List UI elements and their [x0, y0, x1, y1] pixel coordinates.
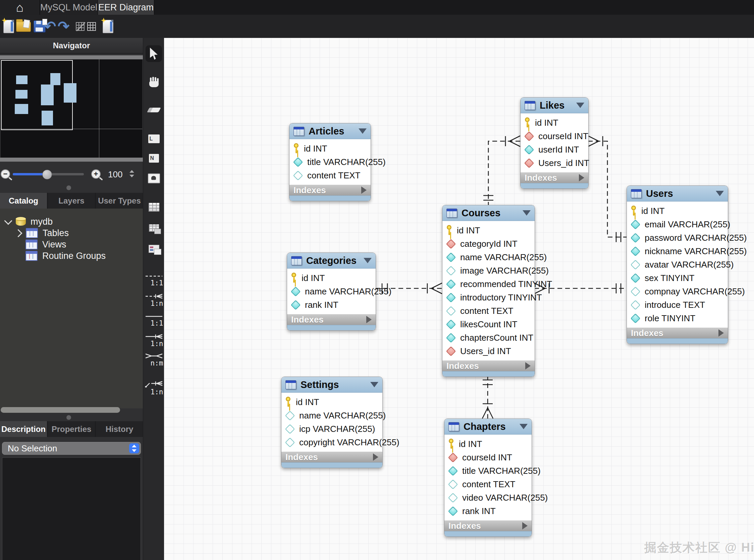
column-row-id[interactable]: id INT — [520, 116, 588, 129]
panel-resize-handle[interactable] — [66, 415, 71, 420]
collapse-arrow-icon[interactable] — [716, 191, 724, 196]
column-row-courseId[interactable]: courseId INT — [520, 129, 588, 143]
undo-icon[interactable] — [44, 19, 56, 34]
column-row-categoryId[interactable]: categoryId INT — [442, 237, 535, 251]
tab-properties[interactable]: Properties — [48, 421, 95, 437]
column-row-id[interactable]: id INT — [281, 395, 382, 409]
table-articles[interactable]: Articlesid INTtitle VARCHAR(255)content … — [289, 123, 371, 201]
column-row-nickname[interactable]: nickname VARCHAR(255) — [627, 244, 728, 258]
table-courses[interactable]: Coursesid INTcategoryId INTname VARCHAR(… — [442, 205, 535, 377]
tab-layers[interactable]: Layers — [48, 193, 95, 208]
horizontal-scrollbar[interactable] — [1, 407, 120, 413]
column-row-introductory[interactable]: introductory TINYINT — [442, 291, 535, 304]
collapse-arrow-icon[interactable] — [370, 382, 378, 387]
collapse-arrow-icon[interactable] — [519, 424, 528, 429]
tab-mysql-model[interactable]: MySQL Model — [40, 0, 98, 15]
column-row-role[interactable]: role TINYINT — [627, 312, 728, 325]
indexes-bar[interactable]: Indexes — [281, 452, 382, 462]
dropdown-stepper-icon[interactable] — [129, 443, 139, 453]
indexes-bar[interactable]: Indexes — [287, 314, 376, 325]
column-row-title[interactable]: title VARCHAR(255) — [444, 464, 532, 478]
column-row-content[interactable]: content TEXT — [290, 169, 371, 182]
eraser-tool[interactable] — [148, 108, 160, 112]
zoom-stepper[interactable] — [130, 169, 134, 178]
zoom-in-icon[interactable]: + — [91, 169, 101, 179]
collapse-arrow-icon[interactable] — [363, 258, 372, 263]
minimap-viewport[interactable] — [1, 60, 73, 130]
column-row-compnay[interactable]: compnay VARCHAR(255) — [627, 285, 728, 298]
routine-tool[interactable] — [148, 245, 159, 253]
rel-tool-1-n-existing-columns[interactable]: 1:n — [144, 381, 163, 396]
tree-item-tables[interactable]: Tables — [16, 227, 69, 239]
tab-user-types[interactable]: User Types — [96, 193, 143, 208]
table-likes[interactable]: Likesid INTcourseId INTuserId INTUsers_i… — [520, 97, 589, 189]
table-chapters[interactable]: Chaptersid INTcourseId INTtitle VARCHAR(… — [444, 419, 532, 537]
collapse-arrow-icon[interactable] — [359, 128, 366, 134]
navigator-minimap[interactable] — [1, 59, 142, 158]
column-row-password[interactable]: password VARCHAR(255) — [627, 231, 728, 244]
tab-description[interactable]: Description — [0, 421, 47, 437]
column-row-introduce[interactable]: introduce TEXT — [627, 298, 728, 312]
indexes-bar[interactable]: Indexes — [442, 360, 535, 371]
collapse-arrow-icon[interactable] — [522, 210, 531, 216]
save-model-icon[interactable] — [34, 20, 46, 33]
view-tool[interactable] — [149, 224, 159, 232]
column-row-content[interactable]: content TEXT — [442, 304, 535, 318]
rel-tool-1-1-nonidentifying[interactable]: 1:1 — [144, 274, 163, 287]
new-document-icon[interactable] — [3, 20, 14, 33]
column-row-id[interactable]: id INT — [627, 204, 728, 218]
zoom-slider-knob[interactable] — [42, 170, 52, 179]
table-header[interactable]: Chapters — [444, 419, 532, 435]
grid-toggle-icon[interactable] — [87, 22, 96, 31]
column-row-email[interactable]: email VARCHAR(255) — [627, 218, 728, 231]
rel-tool-1-1-identifying[interactable]: 1:1 — [144, 314, 163, 327]
column-row-rank[interactable]: rank INT — [287, 298, 376, 312]
tab-history[interactable]: History — [96, 421, 143, 437]
select-tool[interactable] — [149, 47, 159, 60]
column-row-name[interactable]: name VARCHAR(255) — [287, 285, 376, 298]
column-row-content[interactable]: content TEXT — [444, 478, 532, 491]
column-row-rank[interactable]: rank INT — [444, 504, 532, 518]
zoom-slider[interactable] — [13, 173, 84, 175]
column-row-Users_id[interactable]: Users_id INT — [442, 344, 535, 358]
selection-dropdown[interactable]: No Selection — [2, 442, 141, 455]
grid-snap-off-icon[interactable] — [76, 22, 84, 31]
tab-home[interactable] — [0, 0, 40, 15]
tree-item-routine-groups[interactable]: Routine Groups — [25, 250, 106, 262]
column-row-recommended[interactable]: recommended TINYINT — [442, 277, 535, 291]
column-row-Users_id[interactable]: Users_id INT — [520, 156, 588, 170]
column-row-userId[interactable]: userId INT — [520, 143, 588, 156]
tree-item-views[interactable]: Views — [25, 239, 66, 250]
table-header[interactable]: Categories — [287, 253, 376, 268]
rel-tool-1-n-identifying[interactable]: 1:n — [144, 334, 163, 348]
column-row-chaptersCount[interactable]: chaptersCount INT — [442, 331, 535, 344]
chevron-down-icon[interactable] — [4, 217, 12, 225]
column-row-video[interactable]: video VARCHAR(255) — [444, 491, 532, 504]
column-row-id[interactable]: id INT — [290, 142, 371, 155]
table-categories[interactable]: Categoriesid INTname VARCHAR(255)rank IN… — [287, 253, 376, 331]
indexes-bar[interactable]: Indexes — [627, 327, 728, 338]
column-row-courseId[interactable]: courseId INT — [444, 451, 532, 464]
column-row-avatar[interactable]: avatar VARCHAR(255) — [627, 258, 728, 271]
indexes-bar[interactable]: Indexes — [290, 185, 371, 196]
new-diagram-icon[interactable] — [103, 20, 113, 33]
collapse-arrow-icon[interactable] — [576, 103, 584, 108]
relationship-courses-chapters[interactable] — [482, 376, 493, 419]
rel-tool-1-n-nonidentifying[interactable]: 1:n — [144, 294, 163, 307]
column-row-sex[interactable]: sex TINYINT — [627, 271, 728, 285]
column-row-id[interactable]: id INT — [287, 271, 376, 285]
open-model-icon[interactable] — [16, 21, 31, 32]
table-header[interactable]: Likes — [520, 98, 588, 113]
table-tool[interactable] — [148, 203, 159, 212]
column-row-id[interactable]: id INT — [442, 224, 535, 237]
indexes-bar[interactable]: Indexes — [520, 172, 588, 183]
note-tool[interactable]: N — [149, 154, 159, 163]
column-row-id[interactable]: id INT — [444, 437, 532, 451]
table-header[interactable]: Articles — [290, 123, 371, 139]
panel-resize-handle[interactable] — [66, 185, 71, 190]
eer-canvas[interactable]: Articlesid INTtitle VARCHAR(255)content … — [164, 38, 754, 560]
table-users[interactable]: Usersid INTemail VARCHAR(255)password VA… — [627, 185, 728, 344]
column-row-copyright[interactable]: copyright VARCHAR(255) — [281, 436, 382, 449]
column-row-name[interactable]: name VARCHAR(255) — [281, 409, 382, 422]
table-header[interactable]: Courses — [442, 205, 535, 221]
